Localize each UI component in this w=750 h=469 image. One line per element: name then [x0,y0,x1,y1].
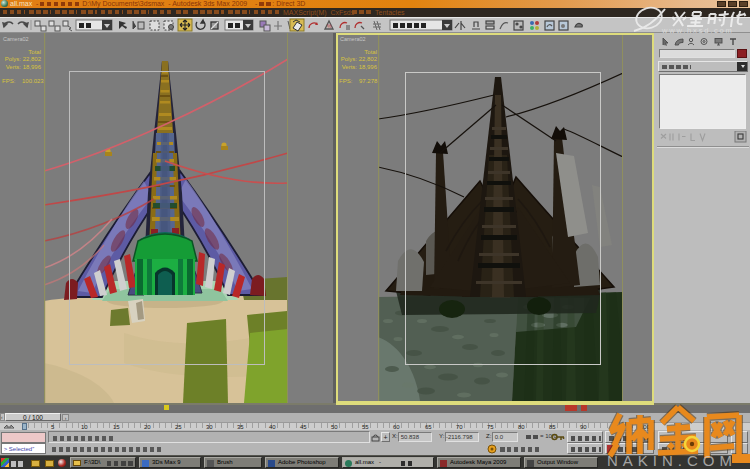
svg-text:NAKIN.COM: NAKIN.COM [607,452,737,469]
svg-text:www.hxsd.com: www.hxsd.com [661,26,734,34]
svg-text:%: % [327,23,332,29]
